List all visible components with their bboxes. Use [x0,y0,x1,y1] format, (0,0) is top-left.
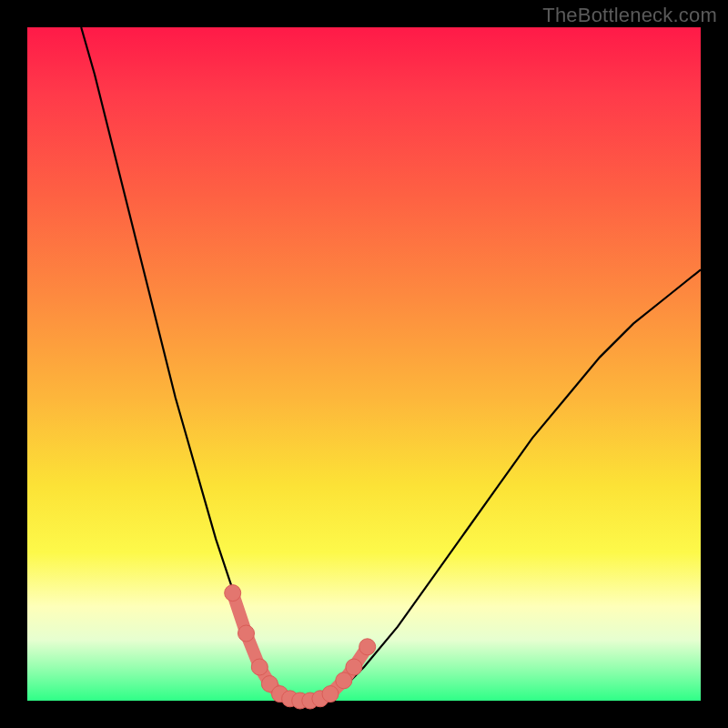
marker-dot [359,639,376,655]
outer-frame: TheBottleneck.com [0,0,728,728]
attribution-text: TheBottleneck.com [542,4,717,27]
curve-markers [225,585,376,709]
marker-dot [322,686,339,703]
marker-dot [346,659,362,675]
marker-dot [225,585,241,602]
bottleneck-chart [27,27,701,701]
bottleneck-curve [81,27,701,701]
plot-area [27,27,701,701]
marker-dot [238,625,255,642]
marker-dot [336,672,352,689]
marker-dot [251,659,268,675]
